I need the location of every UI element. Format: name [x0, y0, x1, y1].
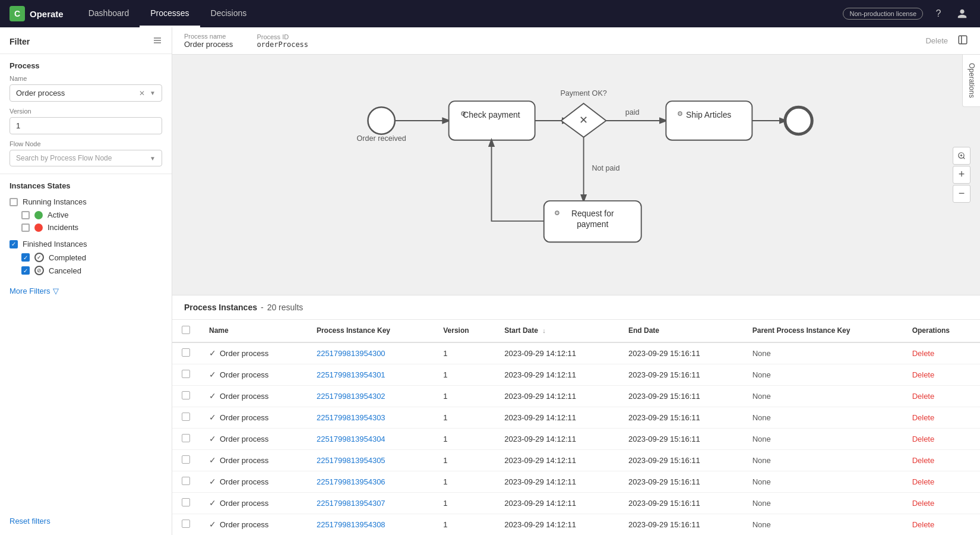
help-button[interactable]: ?	[930, 5, 947, 22]
row-select-checkbox[interactable]	[182, 477, 190, 485]
row-select-checkbox[interactable]	[182, 348, 190, 357]
row-key-link[interactable]: 2251799813954301	[317, 370, 385, 379]
nav-dashboard[interactable]: Dashboard	[78, 0, 140, 27]
row-select-checkbox[interactable]	[182, 413, 190, 421]
row-select-checkbox[interactable]	[182, 455, 190, 464]
row-delete-button[interactable]: Delete	[912, 435, 935, 443]
row-start-date-cell: 2023-09-29 14:12:11	[495, 492, 619, 514]
check-payment-task[interactable]	[449, 101, 535, 140]
row-name: Order process	[220, 477, 268, 486]
more-filters-button[interactable]: More Filters ▽	[0, 282, 172, 300]
row-key-link[interactable]: 2251799813954302	[317, 392, 385, 401]
completed-item[interactable]: ✓ ✓ Completed	[10, 251, 162, 264]
canceled-item[interactable]: ✓ ⊘ Canceled	[10, 264, 162, 277]
reset-filters-button[interactable]: Reset filters	[0, 512, 172, 535]
finished-instances-item[interactable]: ✓ Finished Instances	[10, 237, 162, 251]
row-key-link[interactable]: 2251799813954303	[317, 413, 385, 422]
canceled-checkbox[interactable]: ✓	[21, 266, 30, 275]
incidents-checkbox[interactable]	[21, 224, 30, 232]
zoom-in-button[interactable]: +	[953, 166, 970, 184]
nav-processes[interactable]: Processes	[140, 0, 200, 27]
main-content: Process name Order process Process ID or…	[172, 27, 980, 535]
completed-checkbox[interactable]: ✓	[21, 253, 30, 262]
version-select[interactable]: 1	[10, 117, 162, 134]
end-event[interactable]	[785, 107, 812, 134]
row-version: 1	[443, 349, 447, 358]
row-start-date-cell: 2023-09-29 14:12:11	[495, 428, 619, 449]
row-end-date: 2023-09-29 15:16:11	[628, 435, 700, 443]
row-delete-button[interactable]: Delete	[912, 499, 935, 508]
row-parent-key: None	[753, 499, 771, 508]
running-instances-item[interactable]: Running Instances	[10, 195, 162, 209]
process-name-select[interactable]: Order process ✕ ▼	[10, 84, 162, 102]
canceled-label: Canceled	[49, 266, 81, 275]
row-delete-button[interactable]: Delete	[912, 456, 935, 465]
finished-checkbox[interactable]: ✓	[10, 240, 18, 248]
app-logo[interactable]: C Operate	[10, 6, 64, 21]
row-select-checkbox[interactable]	[182, 434, 190, 442]
row-select-checkbox[interactable]	[182, 370, 190, 378]
process-name-clear[interactable]: ✕	[139, 89, 145, 97]
user-button[interactable]	[954, 5, 970, 22]
row-delete-button[interactable]: Delete	[912, 477, 935, 486]
row-parent-key-cell: None	[743, 342, 903, 364]
col-start-date[interactable]: Start Date ↓	[495, 320, 619, 342]
row-delete-button[interactable]: Delete	[912, 413, 935, 422]
incidents-item[interactable]: Incidents	[10, 221, 162, 234]
row-name-cell: ✓ Order process	[200, 492, 307, 514]
active-checkbox[interactable]	[21, 211, 30, 219]
filter-toggle-icon[interactable]	[153, 36, 162, 48]
row-operations-cell: Delete	[903, 342, 980, 364]
collapse-icon[interactable]	[957, 34, 968, 48]
start-event[interactable]	[368, 107, 394, 134]
row-end-date: 2023-09-29 15:16:11	[628, 456, 700, 465]
table-header-row: Name Process Instance Key Version Start …	[172, 320, 980, 342]
row-delete-button[interactable]: Delete	[912, 520, 935, 529]
process-name-header: Process name Order process	[184, 33, 233, 49]
svg-text:Request for: Request for	[571, 209, 614, 218]
row-delete-button[interactable]: Delete	[912, 349, 935, 358]
reset-filters-label: Reset filters	[10, 517, 50, 525]
row-parent-key-cell: None	[743, 449, 903, 471]
row-select-checkbox[interactable]	[182, 391, 190, 399]
row-key-link[interactable]: 2251799813954306	[317, 477, 385, 486]
logo-icon: C	[10, 6, 25, 21]
row-key-link[interactable]: 2251799813954304	[317, 435, 385, 443]
ship-articles-task[interactable]	[666, 101, 752, 140]
row-key-link[interactable]: 2251799813954305	[317, 456, 385, 465]
header-delete-button[interactable]: Delete	[925, 36, 948, 45]
row-parent-key-cell: None	[743, 407, 903, 428]
process-diagram: Order received ⚙ Check payment Payment O…	[172, 55, 980, 295]
sort-icon: ↓	[542, 327, 546, 334]
zoom-out-button[interactable]: −	[953, 185, 970, 203]
row-version-cell: 1	[434, 364, 495, 385]
row-delete-button[interactable]: Delete	[912, 370, 935, 379]
flow-node-input[interactable]: Search by Process Flow Node ▼	[10, 150, 162, 166]
completed-row-icon: ✓	[209, 477, 216, 486]
zoom-reset-button[interactable]	[953, 147, 970, 165]
row-key-link[interactable]: 2251799813954307	[317, 499, 385, 508]
table-row: ✓ Order process 2251799813954305 1 2023-…	[172, 449, 980, 471]
row-key-link[interactable]: 2251799813954300	[317, 349, 385, 358]
row-version-cell: 1	[434, 407, 495, 428]
nav-decisions[interactable]: Decisions	[200, 0, 258, 27]
row-delete-button[interactable]: Delete	[912, 392, 935, 401]
select-all-checkbox[interactable]	[182, 326, 190, 334]
zoom-controls: + −	[953, 147, 970, 203]
row-select-checkbox[interactable]	[182, 520, 190, 528]
running-checkbox[interactable]	[10, 198, 18, 206]
svg-text:✕: ✕	[579, 114, 588, 126]
active-item[interactable]: Active	[10, 209, 162, 221]
svg-text:Not paid: Not paid	[592, 164, 619, 172]
operations-tab[interactable]: Operations	[962, 55, 980, 107]
row-parent-key-cell: None	[743, 514, 903, 535]
row-end-date: 2023-09-29 15:16:11	[628, 520, 700, 529]
row-key-link[interactable]: 2251799813954308	[317, 520, 385, 529]
row-select-checkbox[interactable]	[182, 498, 190, 506]
svg-rect-3	[959, 36, 967, 44]
row-version-cell: 1	[434, 385, 495, 407]
table-header-bar: Process Instances - 20 results	[172, 295, 980, 320]
license-badge[interactable]: Non-production license	[843, 8, 923, 20]
row-start-date-cell: 2023-09-29 14:12:11	[495, 385, 619, 407]
chevron-down-icon: ▼	[150, 155, 156, 162]
